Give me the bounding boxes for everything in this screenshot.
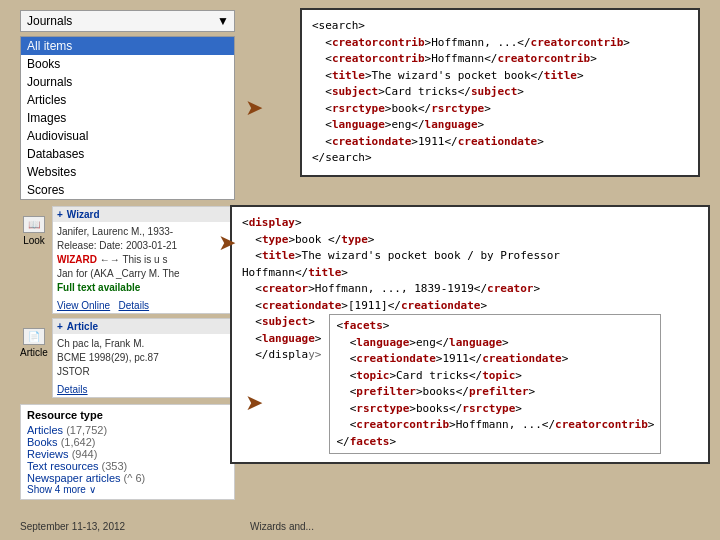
xml-creator: <creator>Hoffmann, ..., 1839-1919</creat… xyxy=(242,281,698,298)
resource-articles-link[interactable]: Articles xyxy=(27,424,63,436)
xml-display-language: <language> xyxy=(242,331,321,348)
look-label-area: 📖 Look xyxy=(20,206,48,314)
result-1-fulltext: Full text available xyxy=(57,281,230,295)
view-online-link[interactable]: View Online xyxy=(57,300,110,311)
xml-facets-creationdate: <creationdate>1911</creationdate> xyxy=(336,351,654,368)
result-card-2-links: Details xyxy=(53,382,234,397)
xml-language: <language>eng</language> xyxy=(312,117,688,134)
list-item-books[interactable]: Books xyxy=(21,55,234,73)
xml-display-open: <display> xyxy=(242,215,698,232)
xml-facets-prefilter: <prefilter>books</prefilter> xyxy=(336,384,654,401)
xml-facets-close: </facets> xyxy=(336,434,654,451)
xml-facets-open: <facets> xyxy=(336,318,654,335)
xml-search-close: </search> xyxy=(312,150,688,167)
resource-articles-count: (17,752) xyxy=(66,424,107,436)
list-item-all-items[interactable]: All items xyxy=(21,37,234,55)
filter-dropdown-container: All items All items Books Journals Artic… xyxy=(20,10,235,32)
article-icon-box: 📄 xyxy=(23,328,45,345)
resource-text: Text resources (353) xyxy=(27,460,228,472)
list-item-websites[interactable]: Websites xyxy=(21,163,234,181)
details-link-2[interactable]: Details xyxy=(57,384,88,395)
resource-books-link[interactable]: Books xyxy=(27,436,58,448)
resource-text-link[interactable]: Text resources xyxy=(27,460,99,472)
resource-books: Books (1,642) xyxy=(27,436,228,448)
resource-newspaper: Newspaper articles (^ 6) xyxy=(27,472,228,484)
resource-articles: Articles (17,752) xyxy=(27,424,228,436)
result-2-source: BCME 1998(29), pc.87 xyxy=(57,351,230,365)
xml-split-row: <subject> <language> </display> <facets>… xyxy=(242,314,698,454)
expand-icon-2[interactable]: + xyxy=(57,321,63,332)
resource-reviews-link[interactable]: Reviews xyxy=(27,448,69,460)
xml-display-subject: <subject> xyxy=(242,314,321,331)
resource-reviews: Reviews (944) xyxy=(27,448,228,460)
resource-newspaper-link[interactable]: Newspaper articles xyxy=(27,472,121,484)
xml-creatorcontrib-2: <creatorcontrib>Hoffmann</creatorcontrib… xyxy=(312,51,688,68)
search-xml-box: <search> <creatorcontrib>Hoffmann, ...</… xyxy=(300,8,700,177)
resource-books-count: (1,642) xyxy=(61,436,96,448)
article-label: Article xyxy=(20,347,48,358)
xml-type: <type>book </type> xyxy=(242,232,698,249)
resource-reviews-count: (944) xyxy=(72,448,98,460)
look-label: Look xyxy=(23,235,45,246)
details-link-1[interactable]: Details xyxy=(119,300,150,311)
resource-newspaper-count: (^ 6) xyxy=(124,472,146,484)
result-card-1: + Wizard Janifer, Laurenc M., 1933- Rele… xyxy=(52,206,235,314)
xml-facets-inline: <facets> <language>eng</language> <creat… xyxy=(329,314,661,454)
result-card-2-body: Ch pac la, Frank M. BCME 1998(29), pc.87… xyxy=(53,334,234,382)
resource-type-panel: Resource type Articles (17,752) Books (1… xyxy=(20,404,235,500)
items-list: All items Books Journals Articles Images… xyxy=(20,36,235,200)
list-item-journals[interactable]: Journals xyxy=(21,73,234,91)
xml-subject: <subject>Card tricks</subject> xyxy=(312,84,688,101)
list-item-audiovisual[interactable]: Audiovisual xyxy=(21,127,234,145)
xml-facets-creatorcontrib: <creatorcontrib>Hoffmann, ...</creatorco… xyxy=(336,417,654,434)
display-xml-box: <display> <type>book </type> <title>The … xyxy=(230,205,710,464)
xml-display-creationdate: <creationdate>[1911]</creationdate> xyxy=(242,298,698,315)
xml-display-title: <title>The wizard's pocket book / by Pro… xyxy=(242,248,698,265)
result-card-1-wrapper: 📖 Look + Wizard Janifer, Laurenc M., 193… xyxy=(20,206,235,314)
xml-display-title-cont: Hoffmann</title> xyxy=(242,265,698,282)
footer-date: September 11-13, 2012 xyxy=(20,521,125,532)
result-card-1-body: Janifer, Laurenc M., 1933- Release: Date… xyxy=(53,222,234,298)
result-card-2-wrapper: 📄 Article + Article Ch pac la, Frank M. … xyxy=(20,318,235,398)
article-label-area: 📄 Article xyxy=(20,318,48,398)
list-item-databases[interactable]: Databases xyxy=(21,145,234,163)
footer-event: Wizards and... xyxy=(250,521,314,532)
list-item-articles[interactable]: Articles xyxy=(21,91,234,109)
arrow-1: ➤ xyxy=(245,95,263,121)
resource-text-count: (353) xyxy=(102,460,128,472)
left-panel: All items All items Books Journals Artic… xyxy=(20,10,235,500)
list-item-images[interactable]: Images xyxy=(21,109,234,127)
result-1-date: Release: Date: 2003-01-21 xyxy=(57,239,230,253)
result-2-db: JSTOR xyxy=(57,365,230,379)
xml-creatorcontrib-1: <creatorcontrib>Hoffmann, ...</creatorco… xyxy=(312,35,688,52)
list-item-scores[interactable]: Scores xyxy=(21,181,234,199)
result-1-type: Wizard xyxy=(67,209,100,220)
xml-title: <title>The wizard's pocket book</title> xyxy=(312,68,688,85)
result-2-author: Ch pac la, Frank M. xyxy=(57,337,230,351)
xml-creationdate: <creationdate>1911</creationdate> xyxy=(312,134,688,151)
show-more-button[interactable]: Show 4 more ∨ xyxy=(27,484,228,495)
result-1-highlight: WIZARD ←→ This is u s xyxy=(57,253,230,267)
result-1-aka: Jan for (AKA _Carry M. The xyxy=(57,267,230,281)
result-card-2: + Article Ch pac la, Frank M. BCME 1998(… xyxy=(52,318,235,398)
resource-type-title: Resource type xyxy=(27,409,228,421)
xml-display-left: <subject> <language> </display> xyxy=(242,314,321,454)
xml-facets-language: <language>eng</language> xyxy=(336,335,654,352)
result-card-1-links: View Online Details xyxy=(53,298,234,313)
xml-rsrctype: <rsrctype>book</rsrctype> xyxy=(312,101,688,118)
xml-search-open: <search> xyxy=(312,18,688,35)
expand-icon-1[interactable]: + xyxy=(57,209,63,220)
result-2-type: Article xyxy=(67,321,98,332)
result-card-1-header: + Wizard xyxy=(53,207,234,222)
arrow-2: ➤ xyxy=(218,230,236,256)
xml-facets-topic: <topic>Card tricks</topic> xyxy=(336,368,654,385)
filter-dropdown[interactable]: All items All items Books Journals Artic… xyxy=(20,10,235,32)
book-icon-box: 📖 xyxy=(23,216,45,233)
xml-facets-rsrctype: <rsrctype>books</rsrctype> xyxy=(336,401,654,418)
result-1-author: Janifer, Laurenc M., 1933- xyxy=(57,225,230,239)
arrow-3: ➤ xyxy=(245,390,263,416)
result-card-2-header: + Article xyxy=(53,319,234,334)
xml-display-close-partial: </display> xyxy=(242,347,321,364)
